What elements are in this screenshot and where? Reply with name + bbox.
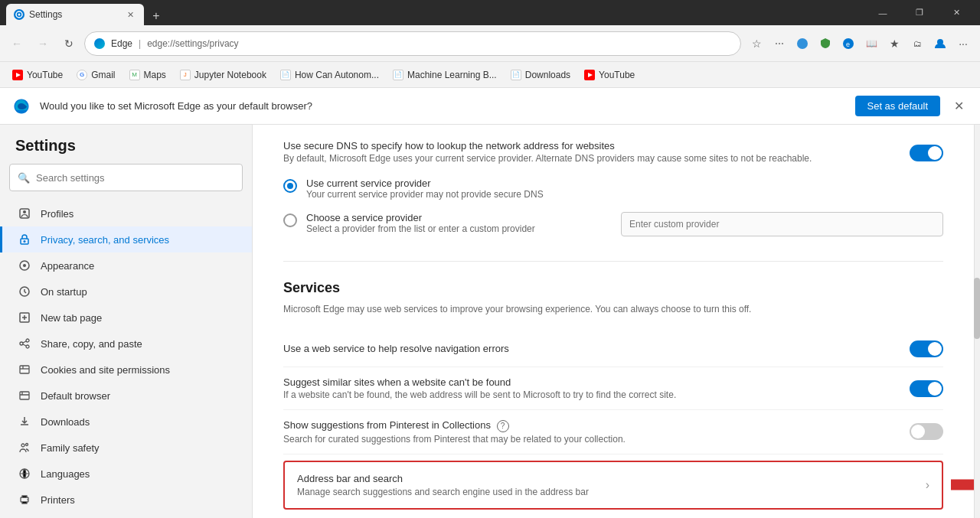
- bookmark-youtube1[interactable]: YouTube: [6, 67, 69, 83]
- search-settings-input[interactable]: [36, 172, 234, 184]
- appearance-icon: [18, 259, 31, 272]
- dns-toggle[interactable]: [910, 145, 943, 161]
- custom-provider-input[interactable]: [621, 212, 943, 236]
- minimize-button[interactable]: —: [865, 0, 900, 25]
- profiles-icon: [18, 207, 31, 220]
- default-browser-banner: Would you like to set Microsoft Edge as …: [0, 88, 980, 125]
- ml-icon: 📄: [393, 70, 403, 80]
- svg-marker-7: [588, 73, 593, 77]
- sidebar-item-languages[interactable]: Languages: [0, 461, 252, 487]
- service-nav-toggle[interactable]: [910, 340, 943, 357]
- sidebar-item-label: Share, copy, and paste: [41, 338, 142, 350]
- sidebar-item-appearance[interactable]: Appearance: [0, 252, 252, 279]
- bookmark-label: How Can Autonom...: [295, 70, 379, 80]
- sidebar-item-newtab[interactable]: New tab page: [0, 305, 252, 331]
- svg-point-17: [20, 342, 23, 345]
- radio-current-label: Use current service provider: [306, 178, 943, 189]
- forward-button[interactable]: →: [32, 33, 54, 54]
- service-similar-toggle[interactable]: [910, 380, 943, 397]
- shield-icon[interactable]: [815, 33, 836, 54]
- bookmark-ml[interactable]: 📄 Machine Learning B...: [387, 67, 503, 83]
- content-scrollbar[interactable]: [974, 125, 980, 518]
- browser-icon: [18, 389, 31, 402]
- sidebar-item-cookies[interactable]: Cookies and site permissions: [0, 357, 252, 383]
- sidebar-item-label: Cookies and site permissions: [41, 364, 170, 376]
- address-bar-search-row[interactable]: Address bar and search Manage search sug…: [283, 461, 943, 510]
- sidebar-item-downloads[interactable]: Downloads: [0, 409, 252, 435]
- address-separator: |: [139, 38, 141, 49]
- bookmark-youtube2[interactable]: YouTube: [578, 67, 641, 83]
- sidebar-item-startup[interactable]: On startup: [0, 279, 252, 305]
- back-button[interactable]: ←: [6, 33, 28, 54]
- address-input[interactable]: Edge | edge://settings/privacy: [84, 31, 741, 56]
- sidebar-item-label: Default browser: [41, 390, 110, 402]
- sidebar-item-printers[interactable]: Printers: [0, 487, 252, 513]
- more-icon[interactable]: ···: [952, 33, 974, 54]
- sidebar-item-privacy[interactable]: Privacy, search, and services: [0, 226, 252, 252]
- sidebar-item-label: Printers: [41, 494, 75, 506]
- search-icon: 🔍: [18, 172, 30, 184]
- youtube-icon: [12, 70, 23, 80]
- dns-label: Use secure DNS to specify how to lookup …: [283, 140, 894, 151]
- close-button[interactable]: ✕: [939, 0, 974, 25]
- edge-rewards-icon[interactable]: [792, 33, 813, 54]
- browser-essentials-icon[interactable]: e: [838, 33, 859, 54]
- bookmark-jupyter[interactable]: J Jupyter Notebook: [174, 67, 273, 83]
- favorites-icon[interactable]: ★: [884, 33, 905, 54]
- dns-option-current[interactable]: Use current service provider Your curren…: [283, 178, 943, 200]
- sidebar-item-share[interactable]: Share, copy, and paste: [0, 331, 252, 357]
- sidebar-item-system[interactable]: System: [0, 513, 252, 518]
- bookmark-howcan[interactable]: 📄 How Can Autonom...: [274, 67, 385, 83]
- settings-tab-icon: [14, 9, 24, 20]
- svg-point-18: [26, 345, 29, 348]
- banner-close-button[interactable]: ✕: [949, 97, 968, 116]
- radio-current-sublabel: Your current service provider may not pr…: [306, 189, 943, 200]
- privacy-icon: [18, 233, 31, 246]
- bookmark-maps[interactable]: M Maps: [123, 67, 172, 83]
- service-pinterest-content: Show suggestions from Pinterest in Colle…: [283, 419, 910, 445]
- bookmark-label: Maps: [144, 70, 166, 80]
- settings-tab[interactable]: Settings ✕: [6, 4, 144, 25]
- address-bar-search-content: Address bar and search Manage search sug…: [297, 473, 926, 497]
- service-nav-label: Use a web service to help resolve naviga…: [283, 343, 910, 354]
- svg-rect-20: [20, 392, 29, 399]
- bookmark-label: Downloads: [525, 70, 570, 80]
- pinterest-help-icon[interactable]: ?: [497, 420, 509, 432]
- collections-btn-icon[interactable]: 🗂: [906, 33, 928, 54]
- new-tab-button[interactable]: +: [147, 7, 165, 25]
- sidebar-item-label: On startup: [41, 286, 87, 298]
- abs-label: Address bar and search: [297, 473, 926, 484]
- svg-marker-6: [16, 73, 21, 77]
- downloads-icon: [18, 415, 31, 428]
- settings-tab-title: Settings: [29, 9, 62, 20]
- service-similar-sublabel: If a website can't be found, the web add…: [283, 389, 910, 400]
- sidebar-item-label: Profiles: [41, 208, 74, 220]
- services-desc: Microsoft Edge may use web services to i…: [283, 302, 943, 316]
- sidebar-item-defaultbrowser[interactable]: Default browser: [0, 383, 252, 409]
- refresh-button[interactable]: ↻: [58, 33, 80, 54]
- bookmark-gmail[interactable]: G Gmail: [70, 67, 121, 83]
- profile-icon[interactable]: [929, 33, 951, 54]
- set-as-default-button[interactable]: Set as default: [855, 96, 941, 116]
- bookmark-downloads[interactable]: 📄 Downloads: [505, 67, 577, 83]
- tab-close-button[interactable]: ✕: [124, 8, 136, 21]
- jupyter-icon: J: [180, 70, 191, 80]
- sidebar-item-familysafety[interactable]: Family safety: [0, 435, 252, 461]
- maximize-button[interactable]: ❐: [902, 0, 937, 25]
- radio-current[interactable]: [283, 179, 297, 193]
- radio-custom[interactable]: [283, 213, 297, 227]
- red-arrow-shape: [951, 474, 974, 496]
- dns-section: Use secure DNS to specify how to lookup …: [283, 125, 943, 262]
- search-settings-container[interactable]: 🔍: [9, 164, 243, 191]
- read-aloud-icon[interactable]: 📖: [861, 33, 882, 54]
- svg-point-13: [23, 264, 26, 267]
- service-pinterest-sublabel: Search for curated suggestions from Pint…: [283, 434, 910, 445]
- sidebar-item-profiles[interactable]: Profiles: [0, 200, 252, 226]
- cookies-icon: [18, 363, 31, 376]
- abs-chevron-icon: ›: [926, 478, 929, 492]
- scrollbar-thumb[interactable]: [974, 278, 980, 339]
- collections-icon[interactable]: ⋯: [769, 33, 790, 54]
- service-pinterest-toggle[interactable]: [910, 423, 943, 440]
- star-icon[interactable]: ☆: [746, 33, 767, 54]
- svg-point-21: [21, 444, 24, 447]
